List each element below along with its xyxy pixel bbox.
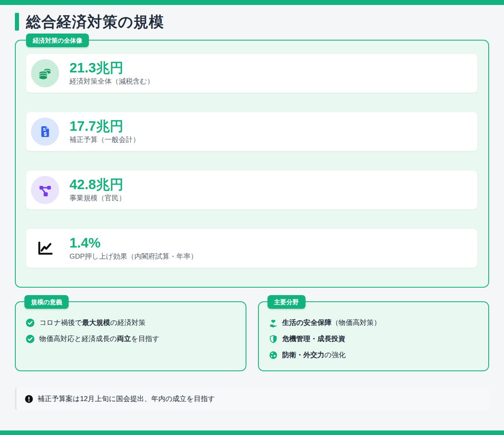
bottom-row: 規模の意義 コロナ禍後で最大規模の経済対策 [15, 301, 489, 371]
page-title: 総合経済対策の規模 [26, 13, 164, 31]
stat-text: 1.4% GDP押し上げ効果（内閣府試算・年率） [69, 236, 198, 261]
network-nodes-icon [31, 176, 59, 204]
stat-label: 事業規模（官民） [69, 194, 126, 203]
list-item: コロナ禍後で最大規模の経済対策 [26, 318, 236, 328]
check-circle-icon [26, 334, 35, 344]
stat-value: 21.3兆円 [69, 60, 154, 76]
bottom-accent-bar [0, 430, 504, 435]
list-item: 危機管理・成長投資 [269, 334, 479, 344]
stat-value: 42.8兆円 [69, 177, 126, 192]
list-item-text: 生活の安全保障（物価高対策） [282, 318, 381, 328]
stat-card-total: 21.3兆円 経済対策全体（減税含む） [26, 54, 478, 93]
note: 補正予算案は12月上旬に国会提出、年内の成立を目指す [15, 387, 489, 410]
stat-card-project-scale: 42.8兆円 事業規模（官民） [26, 171, 478, 209]
check-circle-icon [26, 318, 35, 327]
significance-section: 規模の意義 コロナ禍後で最大規模の経済対策 [15, 301, 246, 371]
stat-label: GDP押し上げ効果（内閣府試算・年率） [69, 252, 198, 261]
main-fields-section: 主要分野 生活の安全保障（物価高対策） [258, 301, 490, 371]
stat-label: 補正予算（一般会計） [69, 135, 140, 144]
stat-text: 17.7兆円 補正予算（一般会計） [69, 119, 140, 144]
list-item-text: 物価高対応と経済成長の両立を目指す [39, 334, 160, 344]
top-accent-bar [0, 0, 504, 5]
note-text: 補正予算案は12月上旬に国会提出、年内の成立を目指す [38, 394, 215, 404]
list-item-text: 防衛・外交力の強化 [282, 350, 346, 360]
title-row: 総合経済対策の規模 [15, 13, 489, 31]
chart-line-icon [31, 234, 59, 262]
coins-icon [31, 59, 59, 87]
significance-badge: 規模の意義 [24, 295, 69, 309]
stat-card-budget: $ 17.7兆円 補正予算（一般会計） [26, 112, 478, 151]
main-fields-badge: 主要分野 [268, 295, 306, 309]
stat-text: 21.3兆円 経済対策全体（減税含む） [69, 60, 154, 86]
stat-card-gdp: 1.4% GDP押し上げ効果（内閣府試算・年率） [26, 229, 478, 268]
stat-value: 17.7兆円 [69, 119, 140, 134]
hand-holding-heart-icon [269, 318, 278, 327]
stat-label: 経済対策全体（減税含む） [69, 77, 154, 86]
exclamation-circle-icon [25, 395, 33, 403]
page: 総合経済対策の規模 経済対策の全体像 [0, 0, 504, 435]
overview-badge: 経済対策の全体像 [26, 34, 89, 47]
list-item-text: 危機管理・成長投資 [282, 334, 346, 344]
invoice-dollar-icon: $ [31, 118, 59, 146]
list-item: 防衛・外交力の強化 [269, 350, 479, 360]
overview-section: 経済対策の全体像 21.3兆円 [15, 40, 489, 288]
content: 総合経済対策の規模 経済対策の全体像 [0, 13, 504, 410]
shield-half-icon [269, 334, 278, 344]
globe-icon [269, 351, 278, 360]
stat-text: 42.8兆円 事業規模（官民） [69, 177, 126, 203]
list-item-text: コロナ禍後で最大規模の経済対策 [39, 318, 146, 328]
svg-text:$: $ [44, 131, 47, 137]
list-item: 生活の安全保障（物価高対策） [269, 318, 479, 328]
list-item: 物価高対応と経済成長の両立を目指す [26, 334, 236, 344]
title-accent-bar [15, 13, 19, 31]
stat-value: 1.4% [69, 236, 198, 251]
